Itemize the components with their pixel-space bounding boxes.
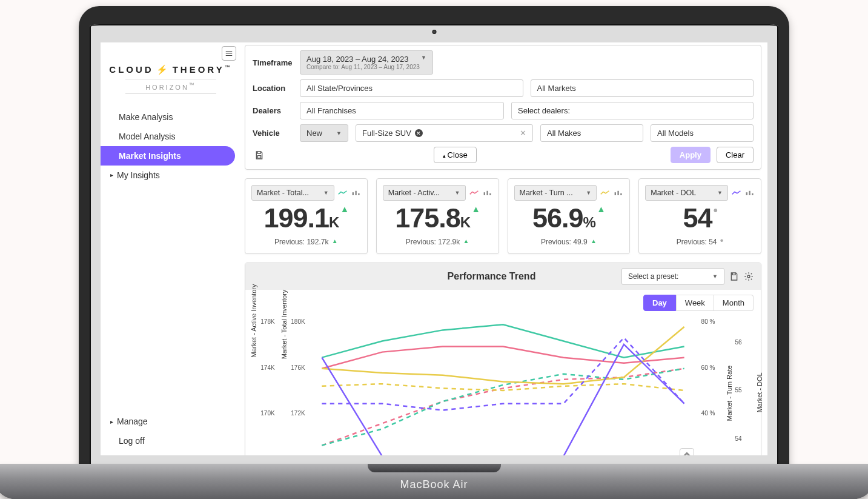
metric-select[interactable]: Market - Activ...▼ bbox=[383, 185, 466, 201]
barchart-icon[interactable] bbox=[745, 189, 755, 196]
clear-input-icon[interactable]: ✕ bbox=[520, 129, 526, 138]
chevron-down-icon: ▼ bbox=[421, 55, 426, 64]
location-markets-select[interactable]: All Markets bbox=[531, 79, 754, 97]
svg-rect-0 bbox=[257, 155, 260, 158]
sparkline-icon[interactable] bbox=[732, 189, 741, 196]
nav-make-analysis[interactable]: Make Analysis bbox=[101, 107, 241, 127]
chart-title: Performance Trend bbox=[362, 271, 621, 282]
nav-label: My Insights bbox=[117, 170, 160, 180]
metric-value: 199.1K▲ bbox=[251, 204, 361, 232]
hamburger-button[interactable] bbox=[222, 46, 236, 61]
svg-rect-12 bbox=[752, 193, 753, 195]
close-button[interactable]: Close bbox=[434, 147, 477, 163]
vehicle-makes-select[interactable]: All Makes bbox=[540, 124, 643, 142]
trend-flat-icon: • bbox=[720, 235, 724, 246]
svg-rect-8 bbox=[618, 191, 619, 195]
chart-canvas[interactable] bbox=[313, 315, 693, 455]
metric-row: Market - Total...▼ 199.1K▲ Previous: 192… bbox=[245, 178, 761, 254]
vehicle-label: Vehicle bbox=[253, 129, 293, 138]
chevron-down-icon: ▼ bbox=[586, 190, 591, 196]
brand-subtitle: HORIZON™ bbox=[125, 79, 216, 94]
metric-turn-rate: Market - Turn ...▼ 56.9%▲ Previous: 49.9… bbox=[508, 178, 631, 254]
svg-rect-6 bbox=[489, 193, 491, 195]
range-day[interactable]: Day bbox=[643, 295, 676, 311]
gear-icon[interactable] bbox=[744, 272, 754, 281]
metric-select[interactable]: Market - Total...▼ bbox=[251, 185, 334, 201]
metric-total-inventory: Market - Total...▼ 199.1K▲ Previous: 192… bbox=[245, 178, 368, 254]
trend-up-icon: ▲ bbox=[591, 238, 597, 244]
sidebar-footer: ▸ Manage Log off bbox=[101, 412, 241, 450]
dealers-select[interactable]: Select dealers: bbox=[511, 102, 754, 119]
metric-value: 56.9%▲ bbox=[514, 204, 624, 232]
metric-active-inventory: Market - Activ...▼ 175.8K▲ Previous: 172… bbox=[376, 178, 499, 254]
svg-rect-4 bbox=[483, 192, 485, 195]
brand-block: CLOUD⚡THEORY™ HORIZON™ bbox=[101, 64, 241, 94]
svg-rect-11 bbox=[749, 191, 750, 195]
vehicle-segment-input[interactable]: Full-Size SUV ✕ ✕ bbox=[356, 124, 533, 142]
trend-up-icon: ▲ bbox=[471, 204, 480, 214]
axis-active-inventory: Market - Active Inventory 178K174K170K16… bbox=[253, 315, 283, 455]
sparkline-icon[interactable] bbox=[338, 189, 348, 196]
laptop-base: MacBook Air bbox=[0, 464, 868, 499]
metric-dol: Market - DOL▼ 54• Previous: 54 • bbox=[638, 178, 761, 254]
remove-chip-icon[interactable]: ✕ bbox=[415, 129, 423, 137]
axis-total-inventory: Market - Total Inventory 180K176K172K168… bbox=[283, 315, 313, 455]
vehicle-models-select[interactable]: All Models bbox=[651, 124, 754, 142]
nav-model-analysis[interactable]: Model Analysis bbox=[101, 127, 241, 146]
svg-rect-9 bbox=[620, 193, 621, 195]
trademark-icon: ™ bbox=[225, 64, 233, 70]
save-filter-button[interactable] bbox=[253, 149, 266, 162]
barchart-icon[interactable] bbox=[614, 189, 623, 196]
barchart-icon[interactable] bbox=[483, 189, 492, 196]
sparkline-icon[interactable] bbox=[469, 189, 479, 196]
svg-rect-3 bbox=[358, 193, 359, 195]
timeframe-compare: Compare to: Aug 11, 2023 – Aug 17, 2023 bbox=[306, 64, 420, 70]
axis-dol: Market - DOL 565554 bbox=[723, 315, 754, 455]
chevron-down-icon: ▼ bbox=[712, 273, 718, 280]
chevron-down-icon: ▼ bbox=[336, 130, 342, 136]
nav-manage[interactable]: ▸ Manage bbox=[101, 412, 241, 431]
timeframe-select[interactable]: Aug 18, 2023 – Aug 24, 2023 ▼ Compare to… bbox=[300, 50, 433, 75]
clear-button[interactable]: Clear bbox=[717, 147, 754, 163]
chart-card: Performance Trend Select a preset:▼ Day … bbox=[245, 263, 761, 455]
axis-label: Market - DOL bbox=[756, 372, 763, 412]
apply-button[interactable]: Apply bbox=[671, 147, 711, 163]
filter-panel: Timeframe Aug 18, 2023 – Aug 24, 2023 ▼ … bbox=[245, 45, 761, 170]
metric-select[interactable]: Market - Turn ...▼ bbox=[514, 185, 597, 201]
bolt-icon: ⚡ bbox=[154, 64, 173, 75]
sidebar-nav: Make Analysis Model Analysis Market Insi… bbox=[101, 107, 241, 185]
range-month[interactable]: Month bbox=[714, 295, 754, 311]
vehicle-condition-select[interactable]: New▼ bbox=[300, 124, 348, 142]
metric-previous: Previous: 49.9 ▲ bbox=[514, 238, 624, 246]
caret-right-icon: ▸ bbox=[110, 418, 113, 425]
trend-up-icon: ▲ bbox=[340, 204, 348, 214]
metric-select[interactable]: Market - DOL▼ bbox=[645, 185, 728, 201]
nav-market-insights[interactable]: Market Insights bbox=[101, 146, 235, 166]
sparkline-icon[interactable] bbox=[600, 189, 610, 196]
svg-rect-2 bbox=[355, 191, 356, 195]
save-icon[interactable] bbox=[729, 272, 739, 281]
barchart-icon[interactable] bbox=[351, 189, 361, 196]
location-states-select[interactable]: All State/Provinces bbox=[300, 79, 523, 97]
axis-label: Market - Active Inventory bbox=[250, 284, 257, 357]
nav-label: Manage bbox=[117, 417, 148, 426]
range-toggle: Day Week Month bbox=[253, 295, 754, 311]
hamburger-icon bbox=[225, 49, 233, 58]
segment-chip[interactable]: Full-Size SUV ✕ bbox=[362, 129, 423, 138]
svg-rect-7 bbox=[615, 192, 616, 195]
timeframe-label: Timeframe bbox=[253, 58, 293, 67]
range-week[interactable]: Week bbox=[676, 295, 714, 311]
svg-rect-10 bbox=[746, 192, 747, 195]
macbook-label: MacBook Air bbox=[0, 478, 868, 491]
metric-value: 54• bbox=[645, 204, 755, 232]
location-label: Location bbox=[253, 84, 293, 93]
scroll-top-button[interactable] bbox=[680, 448, 694, 455]
dealers-franchises-select[interactable]: All Franchises bbox=[300, 102, 504, 119]
nav-logoff[interactable]: Log off bbox=[101, 431, 241, 450]
metric-value: 175.8K▲ bbox=[383, 204, 492, 232]
preset-select[interactable]: Select a preset:▼ bbox=[621, 268, 724, 285]
trend-flat-icon: • bbox=[714, 204, 717, 217]
chevron-down-icon: ▼ bbox=[455, 190, 460, 196]
nav-my-insights[interactable]: ▸ My Insights bbox=[101, 166, 241, 185]
chevron-down-icon: ▼ bbox=[717, 190, 723, 196]
